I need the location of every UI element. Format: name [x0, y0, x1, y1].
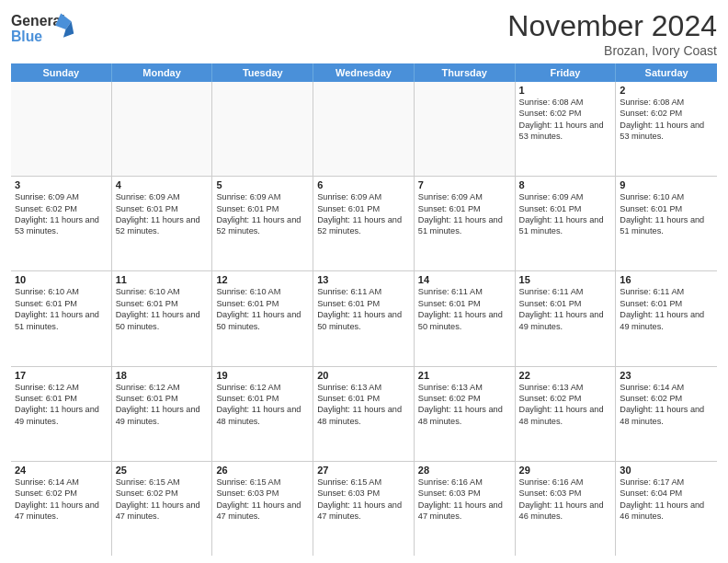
day-number: 4	[116, 179, 209, 190]
day-number: 2	[620, 85, 713, 96]
calendar-body: 1Sunrise: 6:08 AM Sunset: 6:02 PM Daylig…	[11, 82, 717, 556]
day-number: 24	[15, 465, 108, 476]
calendar-cell: 6Sunrise: 6:09 AM Sunset: 6:01 PM Daylig…	[313, 177, 415, 270]
calendar-row: 3Sunrise: 6:09 AM Sunset: 6:02 PM Daylig…	[11, 177, 717, 271]
day-number: 25	[116, 465, 209, 476]
day-number: 7	[418, 179, 511, 190]
day-info: Sunrise: 6:11 AM Sunset: 6:01 PM Dayligh…	[519, 286, 612, 332]
calendar-row: 24Sunrise: 6:14 AM Sunset: 6:02 PM Dayli…	[11, 462, 717, 556]
day-info: Sunrise: 6:11 AM Sunset: 6:01 PM Dayligh…	[418, 286, 511, 332]
weekday-header: Sunday	[11, 63, 112, 82]
calendar-cell	[212, 82, 313, 176]
day-number: 12	[216, 274, 309, 285]
day-info: Sunrise: 6:16 AM Sunset: 6:03 PM Dayligh…	[519, 477, 612, 523]
day-info: Sunrise: 6:09 AM Sunset: 6:01 PM Dayligh…	[519, 191, 612, 237]
calendar-cell: 11Sunrise: 6:10 AM Sunset: 6:01 PM Dayli…	[112, 271, 213, 365]
month-title: November 2024	[507, 9, 717, 43]
calendar-cell: 29Sunrise: 6:16 AM Sunset: 6:03 PM Dayli…	[516, 462, 617, 556]
day-number: 23	[620, 370, 713, 381]
page-header: General Blue November 2024 Brozan, Ivory…	[11, 9, 717, 58]
calendar-cell: 7Sunrise: 6:09 AM Sunset: 6:01 PM Daylig…	[415, 177, 516, 270]
calendar-cell: 19Sunrise: 6:12 AM Sunset: 6:01 PM Dayli…	[212, 367, 313, 461]
calendar-row: 1Sunrise: 6:08 AM Sunset: 6:02 PM Daylig…	[11, 82, 717, 177]
day-info: Sunrise: 6:10 AM Sunset: 6:01 PM Dayligh…	[15, 286, 108, 332]
day-number: 15	[519, 274, 612, 285]
calendar-cell	[415, 82, 516, 176]
day-number: 18	[116, 370, 209, 381]
day-info: Sunrise: 6:12 AM Sunset: 6:01 PM Dayligh…	[116, 382, 209, 428]
calendar-row: 10Sunrise: 6:10 AM Sunset: 6:01 PM Dayli…	[11, 271, 717, 366]
calendar-cell: 15Sunrise: 6:11 AM Sunset: 6:01 PM Dayli…	[516, 271, 617, 365]
day-info: Sunrise: 6:09 AM Sunset: 6:01 PM Dayligh…	[317, 191, 410, 237]
day-info: Sunrise: 6:11 AM Sunset: 6:01 PM Dayligh…	[317, 286, 410, 332]
day-info: Sunrise: 6:08 AM Sunset: 6:02 PM Dayligh…	[519, 97, 612, 143]
day-info: Sunrise: 6:09 AM Sunset: 6:01 PM Dayligh…	[418, 191, 511, 237]
day-number: 8	[519, 179, 612, 190]
weekday-header: Thursday	[415, 63, 516, 82]
day-number: 6	[317, 179, 410, 190]
calendar-cell: 27Sunrise: 6:15 AM Sunset: 6:03 PM Dayli…	[313, 462, 415, 556]
title-section: November 2024 Brozan, Ivory Coast	[507, 9, 717, 58]
day-info: Sunrise: 6:12 AM Sunset: 6:01 PM Dayligh…	[216, 382, 309, 428]
calendar: SundayMondayTuesdayWednesdayThursdayFrid…	[11, 63, 717, 556]
calendar-cell: 12Sunrise: 6:10 AM Sunset: 6:01 PM Dayli…	[212, 271, 313, 365]
svg-text:Blue: Blue	[11, 29, 42, 44]
calendar-cell: 26Sunrise: 6:15 AM Sunset: 6:03 PM Dayli…	[212, 462, 313, 556]
day-number: 13	[317, 274, 410, 285]
logo: General Blue	[11, 9, 75, 50]
day-number: 28	[418, 465, 511, 476]
day-info: Sunrise: 6:13 AM Sunset: 6:01 PM Dayligh…	[317, 382, 410, 428]
day-number: 11	[116, 274, 209, 285]
day-number: 17	[15, 370, 108, 381]
calendar-cell: 13Sunrise: 6:11 AM Sunset: 6:01 PM Dayli…	[313, 271, 415, 365]
day-info: Sunrise: 6:09 AM Sunset: 6:01 PM Dayligh…	[216, 191, 309, 237]
day-number: 9	[620, 179, 713, 190]
calendar-cell	[11, 82, 112, 176]
day-number: 14	[418, 274, 511, 285]
calendar-cell: 23Sunrise: 6:14 AM Sunset: 6:02 PM Dayli…	[616, 367, 717, 461]
day-number: 22	[519, 370, 612, 381]
day-number: 1	[519, 85, 612, 96]
day-info: Sunrise: 6:15 AM Sunset: 6:03 PM Dayligh…	[216, 477, 309, 523]
day-info: Sunrise: 6:08 AM Sunset: 6:02 PM Dayligh…	[620, 97, 713, 143]
calendar-cell: 20Sunrise: 6:13 AM Sunset: 6:01 PM Dayli…	[313, 367, 415, 461]
day-number: 3	[15, 179, 108, 190]
day-info: Sunrise: 6:09 AM Sunset: 6:01 PM Dayligh…	[116, 191, 209, 237]
day-number: 21	[418, 370, 511, 381]
calendar-cell: 24Sunrise: 6:14 AM Sunset: 6:02 PM Dayli…	[11, 462, 112, 556]
calendar-cell: 25Sunrise: 6:15 AM Sunset: 6:02 PM Dayli…	[112, 462, 213, 556]
calendar-cell: 3Sunrise: 6:09 AM Sunset: 6:02 PM Daylig…	[11, 177, 112, 270]
calendar-cell: 1Sunrise: 6:08 AM Sunset: 6:02 PM Daylig…	[516, 82, 617, 176]
day-number: 20	[317, 370, 410, 381]
day-number: 27	[317, 465, 410, 476]
day-info: Sunrise: 6:14 AM Sunset: 6:02 PM Dayligh…	[15, 477, 108, 523]
day-info: Sunrise: 6:13 AM Sunset: 6:02 PM Dayligh…	[519, 382, 612, 428]
calendar-row: 17Sunrise: 6:12 AM Sunset: 6:01 PM Dayli…	[11, 367, 717, 462]
location-subtitle: Brozan, Ivory Coast	[507, 43, 717, 58]
weekday-header: Tuesday	[212, 63, 313, 82]
day-info: Sunrise: 6:15 AM Sunset: 6:02 PM Dayligh…	[116, 477, 209, 523]
day-info: Sunrise: 6:16 AM Sunset: 6:03 PM Dayligh…	[418, 477, 511, 523]
day-number: 26	[216, 465, 309, 476]
day-number: 19	[216, 370, 309, 381]
calendar-cell: 17Sunrise: 6:12 AM Sunset: 6:01 PM Dayli…	[11, 367, 112, 461]
day-info: Sunrise: 6:17 AM Sunset: 6:04 PM Dayligh…	[620, 477, 713, 523]
calendar-cell: 2Sunrise: 6:08 AM Sunset: 6:02 PM Daylig…	[616, 82, 717, 176]
calendar-cell	[313, 82, 415, 176]
day-info: Sunrise: 6:10 AM Sunset: 6:01 PM Dayligh…	[116, 286, 209, 332]
calendar-cell: 18Sunrise: 6:12 AM Sunset: 6:01 PM Dayli…	[112, 367, 213, 461]
weekday-header: Monday	[112, 63, 213, 82]
calendar-cell: 28Sunrise: 6:16 AM Sunset: 6:03 PM Dayli…	[415, 462, 516, 556]
calendar-cell	[112, 82, 213, 176]
logo-svg: General Blue	[11, 9, 75, 50]
day-info: Sunrise: 6:09 AM Sunset: 6:02 PM Dayligh…	[15, 191, 108, 237]
day-info: Sunrise: 6:14 AM Sunset: 6:02 PM Dayligh…	[620, 382, 713, 428]
day-number: 29	[519, 465, 612, 476]
weekday-header: Wednesday	[313, 63, 415, 82]
weekday-header: Saturday	[616, 63, 717, 82]
day-info: Sunrise: 6:13 AM Sunset: 6:02 PM Dayligh…	[418, 382, 511, 428]
day-info: Sunrise: 6:15 AM Sunset: 6:03 PM Dayligh…	[317, 477, 410, 523]
calendar-cell: 5Sunrise: 6:09 AM Sunset: 6:01 PM Daylig…	[212, 177, 313, 270]
day-info: Sunrise: 6:12 AM Sunset: 6:01 PM Dayligh…	[15, 382, 108, 428]
calendar-cell: 4Sunrise: 6:09 AM Sunset: 6:01 PM Daylig…	[112, 177, 213, 270]
